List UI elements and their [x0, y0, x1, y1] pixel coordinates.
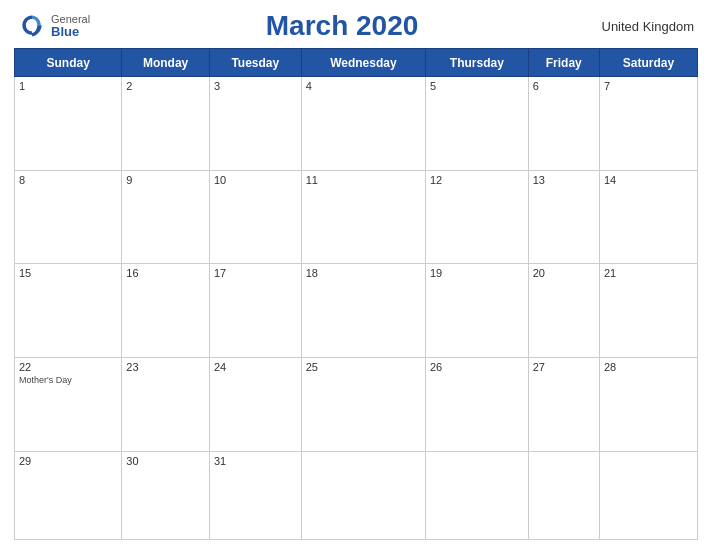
- day-cell: 2: [122, 77, 210, 171]
- country-label: United Kingdom: [594, 19, 694, 34]
- header-monday: Monday: [122, 49, 210, 77]
- day-number: 7: [604, 80, 693, 92]
- header-thursday: Thursday: [426, 49, 529, 77]
- day-number: 25: [306, 361, 421, 373]
- day-cell: 16: [122, 264, 210, 358]
- day-number: 30: [126, 455, 205, 467]
- day-number: 14: [604, 174, 693, 186]
- day-number: 17: [214, 267, 297, 279]
- day-number: 2: [126, 80, 205, 92]
- day-cell: 17: [209, 264, 301, 358]
- day-cell: 1: [15, 77, 122, 171]
- day-cell: 25: [301, 357, 425, 451]
- day-number: 26: [430, 361, 524, 373]
- day-number: 20: [533, 267, 595, 279]
- day-cell: 5: [426, 77, 529, 171]
- day-cell: 19: [426, 264, 529, 358]
- day-number: 8: [19, 174, 117, 186]
- week-row-2: 891011121314: [15, 170, 698, 264]
- day-number: 13: [533, 174, 595, 186]
- day-cell: 4: [301, 77, 425, 171]
- calendar-page: General Blue March 2020 United Kingdom S…: [0, 0, 712, 550]
- day-cell: 31: [209, 451, 301, 540]
- day-number: 1: [19, 80, 117, 92]
- day-cell: 23: [122, 357, 210, 451]
- day-number: 23: [126, 361, 205, 373]
- header-friday: Friday: [528, 49, 599, 77]
- logo-text: General Blue: [51, 13, 90, 39]
- day-number: 31: [214, 455, 297, 467]
- day-cell: 12: [426, 170, 529, 264]
- day-number: 6: [533, 80, 595, 92]
- day-cell: 30: [122, 451, 210, 540]
- day-cell: [426, 451, 529, 540]
- day-cell: 18: [301, 264, 425, 358]
- day-cell: 26: [426, 357, 529, 451]
- day-number: 29: [19, 455, 117, 467]
- day-number: 21: [604, 267, 693, 279]
- day-cell: [528, 451, 599, 540]
- day-cell: 13: [528, 170, 599, 264]
- logo-blue-text: Blue: [51, 25, 90, 39]
- day-cell: 9: [122, 170, 210, 264]
- day-cell: [301, 451, 425, 540]
- day-cell: 10: [209, 170, 301, 264]
- day-cell: 3: [209, 77, 301, 171]
- day-number: 22: [19, 361, 117, 373]
- week-row-1: 1234567: [15, 77, 698, 171]
- day-cell: 6: [528, 77, 599, 171]
- header-wednesday: Wednesday: [301, 49, 425, 77]
- day-number: 24: [214, 361, 297, 373]
- calendar-table: Sunday Monday Tuesday Wednesday Thursday…: [14, 48, 698, 540]
- day-cell: 29: [15, 451, 122, 540]
- logo: General Blue: [18, 12, 90, 40]
- month-title: March 2020: [90, 10, 594, 42]
- day-cell: 7: [599, 77, 697, 171]
- calendar-header: General Blue March 2020 United Kingdom: [14, 10, 698, 42]
- header-sunday: Sunday: [15, 49, 122, 77]
- header-saturday: Saturday: [599, 49, 697, 77]
- header-tuesday: Tuesday: [209, 49, 301, 77]
- day-cell: 11: [301, 170, 425, 264]
- logo-icon: [18, 12, 46, 40]
- day-number: 16: [126, 267, 205, 279]
- day-cell: 28: [599, 357, 697, 451]
- day-cell: 21: [599, 264, 697, 358]
- day-cell: 8: [15, 170, 122, 264]
- day-cell: 24: [209, 357, 301, 451]
- day-number: 27: [533, 361, 595, 373]
- calendar-body: 12345678910111213141516171819202122Mothe…: [15, 77, 698, 540]
- week-row-3: 15161718192021: [15, 264, 698, 358]
- week-row-4: 22Mother's Day232425262728: [15, 357, 698, 451]
- day-number: 12: [430, 174, 524, 186]
- day-number: 18: [306, 267, 421, 279]
- day-cell: [599, 451, 697, 540]
- day-number: 4: [306, 80, 421, 92]
- day-number: 28: [604, 361, 693, 373]
- day-cell: 22Mother's Day: [15, 357, 122, 451]
- day-number: 11: [306, 174, 421, 186]
- day-cell: 14: [599, 170, 697, 264]
- week-row-5: 293031: [15, 451, 698, 540]
- day-cell: 15: [15, 264, 122, 358]
- day-number: 15: [19, 267, 117, 279]
- day-number: 10: [214, 174, 297, 186]
- day-cell: 20: [528, 264, 599, 358]
- weekday-header-row: Sunday Monday Tuesday Wednesday Thursday…: [15, 49, 698, 77]
- day-number: 5: [430, 80, 524, 92]
- day-number: 9: [126, 174, 205, 186]
- holiday-label: Mother's Day: [19, 375, 117, 385]
- day-number: 3: [214, 80, 297, 92]
- day-number: 19: [430, 267, 524, 279]
- day-cell: 27: [528, 357, 599, 451]
